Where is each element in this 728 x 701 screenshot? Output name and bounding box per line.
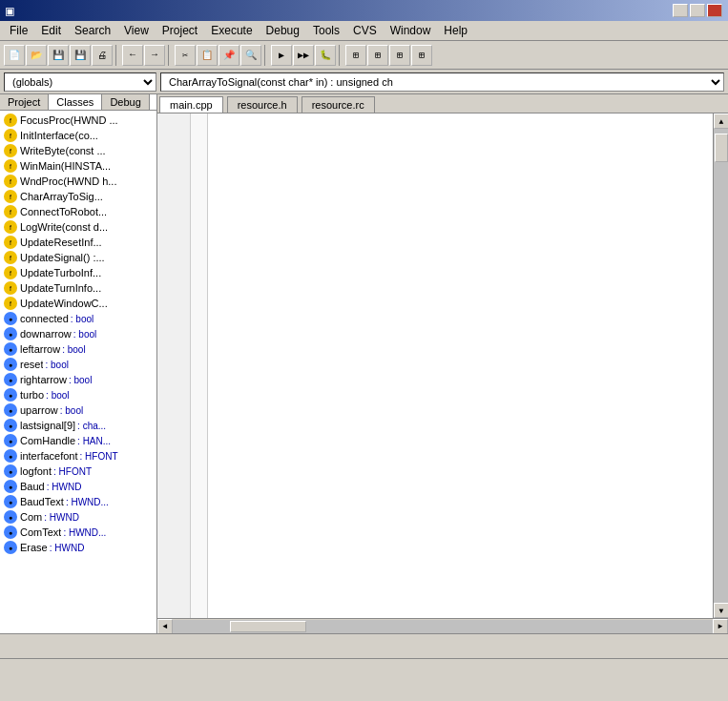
scroll-down-button[interactable]: ▼ xyxy=(714,603,728,618)
sidebar-item-icon: ● xyxy=(4,541,17,554)
minimize-button[interactable] xyxy=(673,4,688,17)
sidebar-item[interactable]: ●rightarrow: bool xyxy=(2,372,155,387)
function-dropdown[interactable]: CharArrayToSignal(const char* in) : unsi… xyxy=(160,72,724,92)
menu-item-window[interactable]: Window xyxy=(385,23,437,38)
scroll-up-button[interactable]: ▲ xyxy=(714,113,728,129)
sidebar-item-type: : bool xyxy=(71,314,94,324)
sidebar-item[interactable]: ●Baud: HWND xyxy=(2,479,155,494)
menu-item-edit[interactable]: Edit xyxy=(35,23,67,38)
tb-extra1[interactable]: ⊞ xyxy=(345,45,366,66)
sidebar-item-type: : HWND xyxy=(44,512,79,523)
sidebar-item[interactable]: ●logfont: HFONT xyxy=(2,464,155,479)
sidebar-item-icon: f xyxy=(4,175,17,188)
menu-item-search[interactable]: Search xyxy=(69,23,116,38)
scroll-thumb[interactable] xyxy=(715,134,728,162)
menu-item-tools[interactable]: Tools xyxy=(307,23,345,38)
cut-button[interactable]: ✂ xyxy=(175,45,196,66)
tb-extra3[interactable]: ⊞ xyxy=(389,45,410,66)
sidebar-item-label: WriteByte(const ... xyxy=(20,145,106,156)
sidebar-tab-classes[interactable]: Classes xyxy=(49,94,102,110)
app-icon: ▣ xyxy=(6,3,13,19)
sidebar-item[interactable]: fLogWrite(const d... xyxy=(2,219,155,235)
menu-item-view[interactable]: View xyxy=(118,23,155,38)
close-button[interactable] xyxy=(707,4,722,17)
sidebar-tab-debug[interactable]: Debug xyxy=(102,94,149,110)
code-tab-resource-h[interactable]: resource.h xyxy=(227,96,298,113)
sidebar-item[interactable]: fFocusProc(HWND ... xyxy=(2,113,155,128)
scope-dropdown[interactable]: (globals) xyxy=(4,72,156,92)
code-tab-main-cpp[interactable]: main.cpp xyxy=(159,96,223,113)
copy-button[interactable]: 📋 xyxy=(197,45,218,66)
hscroll-left-button[interactable]: ◄ xyxy=(157,619,173,634)
save-button[interactable]: 💾 xyxy=(48,45,69,66)
sidebar-item-icon: ● xyxy=(4,327,17,340)
sidebar-item-label: connected xyxy=(20,313,69,324)
sidebar-item[interactable]: fUpdateSignal() :... xyxy=(2,250,155,265)
sidebar-item[interactable]: fWriteByte(const ... xyxy=(2,143,155,158)
sidebar-item[interactable]: ●BaudText: HWND... xyxy=(2,494,155,509)
sidebar-item[interactable]: ●interfacefont: HFONT xyxy=(2,448,155,464)
sidebar-item[interactable]: ●ComHandle: HAN... xyxy=(2,433,155,448)
search-button[interactable]: 🔍 xyxy=(240,45,261,66)
sidebar-item-icon: ● xyxy=(4,449,17,463)
hscroll-right-button[interactable]: ► xyxy=(713,619,728,634)
sidebar-item-icon: f xyxy=(4,297,17,310)
open-button[interactable]: 📂 xyxy=(26,45,47,66)
undo-button[interactable]: ← xyxy=(122,45,143,66)
code-content[interactable] xyxy=(208,113,713,618)
print-button[interactable]: 🖨 xyxy=(92,45,113,66)
vertical-scrollbar[interactable]: ▲ ▼ xyxy=(713,113,728,618)
sidebar-item[interactable]: fInitInterface(co... xyxy=(2,128,155,143)
sidebar-item-type: : HAN... xyxy=(77,436,111,446)
menu-item-cvs[interactable]: CVS xyxy=(347,23,383,38)
menu-item-file[interactable]: File xyxy=(4,23,33,38)
debug-button[interactable]: 🐛 xyxy=(315,45,336,66)
menu-item-help[interactable]: Help xyxy=(438,23,473,38)
sidebar-item-label: downarrow xyxy=(20,328,72,340)
compile-button[interactable]: ▶ xyxy=(271,45,292,66)
maximize-button[interactable] xyxy=(690,4,705,17)
sidebar-item[interactable]: fUpdateResetInf... xyxy=(2,235,155,250)
sidebar-item[interactable]: fUpdateWindowC... xyxy=(2,296,155,311)
sidebar-item[interactable]: fConnectToRobot... xyxy=(2,204,155,219)
sidebar-item[interactable]: ●uparrow: bool xyxy=(2,402,155,418)
tb-extra4[interactable]: ⊞ xyxy=(411,45,432,66)
sidebar-item[interactable]: fCharArrayToSig... xyxy=(2,189,155,204)
menu-item-execute[interactable]: Execute xyxy=(205,23,258,38)
sidebar-item[interactable]: ●connected: bool xyxy=(2,311,155,326)
menu-item-debug[interactable]: Debug xyxy=(260,23,305,38)
sidebar-tab-project[interactable]: Project xyxy=(0,94,49,110)
sep2 xyxy=(168,45,172,66)
sidebar-item[interactable]: fUpdateTurnInfo... xyxy=(2,280,155,296)
sidebar-item[interactable]: fWndProc(HWND h... xyxy=(2,174,155,189)
hscroll-track[interactable] xyxy=(173,620,713,633)
sidebar-item-icon: ● xyxy=(4,419,17,432)
run-button[interactable]: ▶▶ xyxy=(293,45,314,66)
save-all-button[interactable]: 💾 xyxy=(70,45,91,66)
code-tab-resource-rc[interactable]: resource.rc xyxy=(302,96,375,113)
sidebar-item[interactable]: ●reset: bool xyxy=(2,357,155,372)
scroll-track[interactable] xyxy=(714,129,728,603)
main-area: Project Classes Debug fFocusProc(HWND ..… xyxy=(0,94,728,633)
sidebar-item[interactable]: fWinMain(HINSTA... xyxy=(2,158,155,174)
menu-item-project[interactable]: Project xyxy=(156,23,203,38)
sidebar-item[interactable]: ●lastsignal[9]: cha... xyxy=(2,418,155,433)
sidebar-item-icon: ● xyxy=(4,480,17,493)
sidebar-item-label: rightarrow xyxy=(20,374,67,385)
sidebar-item[interactable]: ●Erase: HWND xyxy=(2,540,155,555)
new-button[interactable]: 📄 xyxy=(4,45,25,66)
sidebar-item[interactable]: ●leftarrow: bool xyxy=(2,341,155,357)
sidebar-item[interactable]: ●Com: HWND xyxy=(2,509,155,525)
hscroll-thumb[interactable] xyxy=(230,621,306,632)
redo-button[interactable]: → xyxy=(144,45,165,66)
paste-button[interactable]: 📌 xyxy=(218,45,239,66)
sidebar-item-type: : bool xyxy=(60,405,83,416)
sidebar-item[interactable]: ●ComText: HWND... xyxy=(2,525,155,540)
tb-extra2[interactable]: ⊞ xyxy=(367,45,388,66)
sidebar-item[interactable]: ●turbo: bool xyxy=(2,387,155,402)
sidebar-item[interactable]: ●downarrow: bool xyxy=(2,326,155,341)
sidebar-item[interactable]: fUpdateTurboInf... xyxy=(2,265,155,280)
sidebar-item-label: lastsignal[9] xyxy=(20,420,75,431)
dropdown-bar: (globals) CharArrayToSignal(const char* … xyxy=(0,70,728,94)
horizontal-scrollbar[interactable]: ◄ ► xyxy=(157,618,728,633)
